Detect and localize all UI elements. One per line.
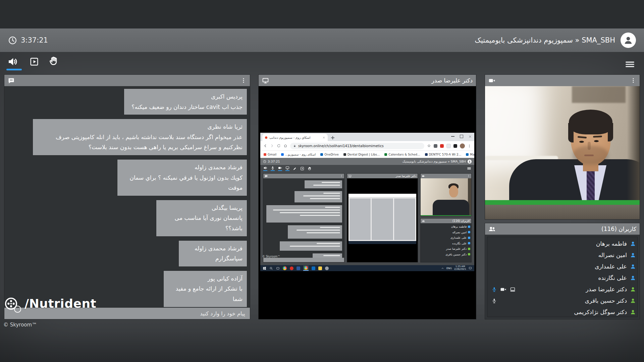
bookmark-item: Mail - Alireza Sadr -... xyxy=(466,153,474,156)
minimize-icon xyxy=(451,136,454,137)
window-controls xyxy=(451,135,472,138)
chat-text: سپاسگزارم xyxy=(183,253,243,264)
bookmark-item: Gmail xyxy=(264,153,276,156)
user-row[interactable]: علی علمداری xyxy=(489,261,636,272)
chat-sender: پریسا بیگدلی xyxy=(161,203,243,213)
bookmark-item: DENTFC 570-A Wi 2... xyxy=(425,153,462,156)
new-tab-icon xyxy=(331,136,334,139)
close-icon xyxy=(469,135,472,138)
nested-chat-messages xyxy=(263,178,344,262)
user-row[interactable]: دکتر علیرضا صدر xyxy=(489,284,636,295)
nested-kebab-icon xyxy=(467,175,470,177)
room-title: SMA_SBH « سمپوزیوم دندانپزشکی بایومیمتیک xyxy=(475,36,615,44)
camera-on-icon[interactable] xyxy=(500,286,506,293)
action-center-icon xyxy=(469,266,472,270)
chat-sender: پردیس اکبری xyxy=(128,92,243,102)
taskbar-tray: ENG 1:25 AM2/26/2021 xyxy=(441,265,472,270)
camera-panel-header xyxy=(485,75,640,86)
extension-icon xyxy=(453,144,457,148)
extension-icon xyxy=(446,144,451,148)
mic-on-icon[interactable] xyxy=(491,287,497,292)
nested-kebab-icon xyxy=(340,175,343,177)
user-person-icon xyxy=(630,309,636,315)
menu-icon[interactable] xyxy=(625,59,635,70)
user-row[interactable]: فاطمه برهان xyxy=(489,238,636,249)
nested-users-label: کاربران (116) xyxy=(452,219,470,223)
chat-kebab-icon[interactable] xyxy=(240,77,247,83)
nested-menu-icon xyxy=(467,166,471,171)
watermark-small-circle-icon xyxy=(14,306,21,313)
bookmark-favicon-icon xyxy=(384,153,387,156)
word-icon xyxy=(297,266,300,270)
profile-avatar[interactable] xyxy=(621,33,636,48)
user-name: دکتر سوگل نژادکریمی xyxy=(574,309,627,315)
nested-chat-panel xyxy=(263,173,344,262)
people-icon xyxy=(488,225,496,233)
nested-avatar-icon xyxy=(468,160,472,164)
screen-share-header: دکتر علیرضا صدر xyxy=(259,75,476,86)
chat-panel-header xyxy=(4,75,250,86)
mic-icon[interactable] xyxy=(491,298,497,304)
nested-people-icon xyxy=(422,220,425,223)
user-name: علی نگارنده xyxy=(598,275,627,281)
nested-pencil-icon xyxy=(293,167,297,171)
nested-hand-icon xyxy=(308,167,312,171)
nested-room-title: SMA_SBH « سمپوزیوم دندانپزشکی بایومیمتیک xyxy=(402,160,466,163)
address-bar: skyroom.online/ch/solihani1413/dentalbio… xyxy=(290,143,424,149)
outlook-icon xyxy=(312,266,315,270)
nested-header: 3:37:21 SMA_SBH « سمپوزیوم دندانپزشکی با… xyxy=(260,158,474,165)
user-row[interactable]: دکتر سوگل نژادکریمی xyxy=(489,306,636,318)
chat-text: کوپك بدون اوژنول یا فرقي نمیکنه ؟ براي س… xyxy=(122,173,243,193)
user-name: دکتر علیرضا صدر xyxy=(586,286,627,293)
clock-icon xyxy=(8,36,17,45)
skyroom-copyright: © Skyroom™ xyxy=(3,322,37,328)
screen-share-video: اسکای روم - سمپوزیوم دندانپ skyro xyxy=(259,86,476,319)
raise-hand-icon[interactable] xyxy=(48,56,59,66)
nested-webcam-thumb xyxy=(421,178,471,216)
user-row[interactable]: دکتر حسین باقری xyxy=(489,295,636,306)
nested-monitor-icon xyxy=(348,175,352,178)
app-header: 3:37:21 SMA_SBH « سمپوزیوم دندانپزشکی با… xyxy=(0,28,644,52)
browser-tab-strip: اسکای روم - سمپوزیوم دندانپ xyxy=(260,133,474,141)
nested-users-panel: کاربران (116) فاطمه برهان امین نصراله عل… xyxy=(420,218,472,262)
users-list[interactable]: فاطمه برهان امین نصراله علی علمداری علی … xyxy=(487,237,638,317)
nested-mic-icon xyxy=(271,166,275,170)
nested-center-panel: دکتر علیرضا صدر xyxy=(347,173,418,262)
nested-time: 3:37:21 xyxy=(268,160,280,163)
browser-toolbar: skyroom.online/ch/solihani1413/dentalbio… xyxy=(260,141,474,151)
mini-chat-bubble xyxy=(304,180,342,189)
home-icon xyxy=(283,144,287,148)
screen-on-icon[interactable] xyxy=(509,286,516,293)
start-icon xyxy=(263,266,266,270)
bookmark-favicon-icon xyxy=(281,153,284,156)
user-row[interactable]: امین نصراله xyxy=(489,249,636,261)
nested-cam-panel xyxy=(420,173,472,216)
room-title-wrap: SMA_SBH « سمپوزیوم دندانپزشکی بایومیمتیک xyxy=(475,33,636,48)
user-name: دکتر حسین باقری xyxy=(585,297,627,304)
nested-cam-icon xyxy=(422,175,425,178)
nested-media-icon xyxy=(300,167,304,171)
chat-message: ثریا شاه نظریعذر میخوام اگر دستگاه سند ب… xyxy=(33,119,247,156)
explorer-icon xyxy=(318,266,322,270)
chat-panel: پردیس اکبریجذب اب cavit ساختار دندان رو … xyxy=(4,74,250,319)
chat-text: با تشکر از ارائه جامع و مفید شما xyxy=(168,284,243,304)
tab-title: اسکای روم - سمپوزیوم دندانپ xyxy=(269,136,321,139)
user-name: علی علمداری xyxy=(595,263,627,270)
user-row[interactable]: علی نگارنده xyxy=(489,272,636,284)
back-icon xyxy=(263,144,267,148)
media-player-icon[interactable] xyxy=(30,57,39,66)
camera-panel xyxy=(485,74,640,220)
user-person-icon xyxy=(630,241,636,247)
chat-text: جذب اب cavit ساختار دندان رو ضعیف میکنه؟ xyxy=(128,102,243,112)
address-url: skyroom.online/ch/solihani1413/dentalbio… xyxy=(298,144,384,148)
camera-kebab-icon[interactable] xyxy=(630,77,636,83)
bookmark-item: Dental Digest | Libs... xyxy=(343,153,380,156)
bookmark-favicon-icon xyxy=(425,153,428,156)
top-strip xyxy=(0,0,644,28)
chat-message-list[interactable]: پردیس اکبریجذب اب cavit ساختار دندان رو … xyxy=(4,86,250,308)
speaker-icon[interactable] xyxy=(7,56,18,67)
tray-caret-icon xyxy=(441,267,444,270)
user-avatar-icon xyxy=(623,35,633,45)
bookmark-star-icon xyxy=(427,144,431,148)
user-name: امین نصراله xyxy=(598,252,627,258)
